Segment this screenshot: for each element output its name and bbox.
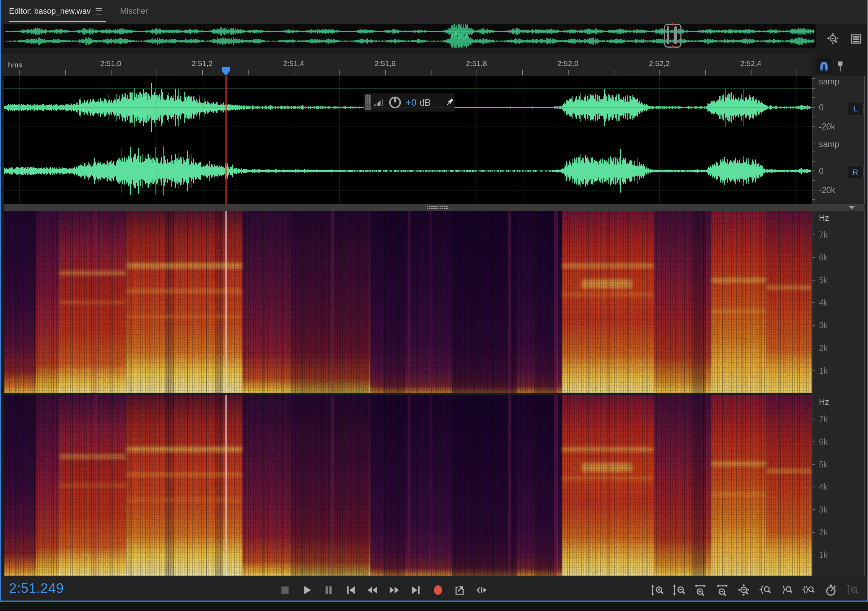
ruler-tick bbox=[294, 70, 294, 75]
spectrogram-right-channel[interactable] bbox=[4, 395, 812, 575]
timer-button[interactable] bbox=[823, 583, 839, 597]
spectrogram-left-channel[interactable] bbox=[4, 211, 812, 393]
viewport-left-handle[interactable] bbox=[667, 26, 669, 44]
grid-line-vertical bbox=[157, 76, 157, 204]
zoom-out-time-button[interactable] bbox=[714, 583, 730, 597]
zoom-to-selection-button[interactable] bbox=[801, 583, 817, 597]
zoom-in-amplitude-icon bbox=[650, 583, 664, 597]
zoom-disabled-icon bbox=[846, 583, 859, 597]
ruler-tick bbox=[248, 70, 248, 75]
ruler-tick bbox=[705, 70, 706, 75]
frequency-label: 7k bbox=[819, 230, 828, 240]
amplitude-scale-channel[interactable]: samp0-20kL bbox=[812, 76, 864, 139]
knob-icon[interactable] bbox=[388, 95, 402, 110]
zoom-to-out-point-button[interactable] bbox=[779, 583, 795, 597]
timeline-ruler[interactable]: hms 2:51,02:51,22:51,42:51,62:51,82:52,0… bbox=[1, 54, 812, 76]
tab-bar: Editor: basop_new.wav Mischer bbox=[1, 0, 868, 24]
zoom-in-point-icon bbox=[759, 583, 772, 597]
zoom-navigate-icon bbox=[737, 583, 751, 597]
add-marker-button[interactable] bbox=[834, 59, 846, 74]
scale-tick bbox=[812, 257, 815, 258]
zoom-to-in-point-button[interactable] bbox=[758, 583, 773, 597]
app-background bbox=[0, 602, 868, 611]
hud-gain-value[interactable]: +0 bbox=[406, 97, 417, 108]
scale-tick bbox=[812, 302, 815, 303]
stop-button[interactable] bbox=[277, 583, 293, 597]
hud-drag-grip[interactable] bbox=[365, 94, 371, 110]
ruler-time-label: 2:51,2 bbox=[192, 59, 212, 68]
scale-tick bbox=[812, 370, 815, 371]
spectrogram-striations bbox=[4, 395, 812, 575]
scale-tick bbox=[812, 464, 815, 465]
panel-splitter[interactable] bbox=[4, 204, 865, 211]
tab-editor[interactable]: Editor: basop_new.wav bbox=[9, 0, 102, 22]
tab-mischer[interactable]: Mischer bbox=[120, 0, 148, 22]
viewport-right-handle[interactable] bbox=[674, 26, 677, 44]
frequency-scale-channel[interactable]: Hz7k6k5k4k3k2k1k bbox=[812, 211, 864, 393]
grid-line-vertical bbox=[797, 76, 797, 204]
volume-hud[interactable]: +0 dB bbox=[364, 93, 455, 112]
skip-to-start-button[interactable] bbox=[343, 583, 359, 597]
frequency-scale-channel[interactable]: Hz7k6k5k4k3k2k1k bbox=[812, 395, 864, 575]
overview-viewport-handle[interactable] bbox=[664, 23, 681, 48]
scale-tick bbox=[812, 88, 815, 89]
frequency-label: 2k bbox=[819, 343, 828, 353]
timer-icon bbox=[824, 583, 838, 597]
amplitude-scale[interactable]: samp0-20kLsamp0-20kR bbox=[812, 76, 865, 204]
overview-options-button[interactable] bbox=[847, 30, 865, 48]
grid-line-vertical bbox=[248, 76, 248, 204]
grid-line-vertical bbox=[751, 76, 751, 204]
pin-hud-button[interactable] bbox=[444, 97, 455, 108]
frequency-label: 4k bbox=[819, 482, 828, 492]
scale-tick bbox=[812, 107, 815, 108]
rewind-button[interactable] bbox=[364, 583, 380, 597]
panel-menu-icon[interactable] bbox=[96, 8, 102, 14]
zoom-in-time-icon bbox=[693, 583, 707, 597]
ruler-time-label: 2:51,8 bbox=[466, 59, 487, 68]
playhead-handle[interactable] bbox=[221, 67, 231, 76]
amplitude-scale-channel[interactable]: samp0-20kR bbox=[812, 139, 864, 203]
scale-tick bbox=[812, 325, 815, 326]
play-button[interactable] bbox=[299, 583, 315, 597]
fast-forward-button[interactable] bbox=[386, 583, 402, 597]
zoom-in-amplitude-button[interactable] bbox=[649, 583, 665, 597]
zoom-in-time-button[interactable] bbox=[692, 583, 708, 597]
ruler-tick bbox=[431, 70, 431, 75]
overview-strip[interactable] bbox=[4, 24, 816, 48]
skip-selection-button[interactable] bbox=[474, 583, 490, 597]
playhead-line-spectrogram[interactable] bbox=[225, 211, 226, 393]
ruler-tick bbox=[614, 70, 614, 75]
ruler-tick bbox=[797, 70, 797, 75]
frequency-scale[interactable]: Hz7k6k5k4k3k2k1kHz7k6k5k4k3k2k1k bbox=[812, 211, 865, 575]
grid-line-horizontal bbox=[4, 152, 812, 152]
splitter-collapse-icon[interactable] bbox=[848, 206, 855, 209]
loop-playback-button[interactable] bbox=[452, 583, 468, 597]
playhead-line-waveform[interactable] bbox=[225, 76, 226, 204]
grid-line-vertical bbox=[339, 76, 340, 204]
record-button[interactable] bbox=[430, 583, 446, 597]
ruler-time-label: 2:52,4 bbox=[740, 59, 761, 68]
scale-tick bbox=[812, 161, 815, 162]
zoom-amplitude-full-button[interactable] bbox=[845, 583, 860, 597]
channel-r-button[interactable]: R bbox=[847, 166, 864, 179]
amplitude-zero-label: 0 bbox=[819, 166, 824, 176]
splitter-grip[interactable] bbox=[427, 206, 448, 210]
scale-tick bbox=[812, 532, 815, 533]
playhead-line-spectrogram[interactable] bbox=[225, 395, 226, 575]
channel-l-button[interactable]: L bbox=[847, 102, 864, 115]
zoom-out-amplitude-button[interactable] bbox=[671, 583, 687, 597]
scale-tick bbox=[812, 509, 815, 510]
playhead-time-display[interactable]: 2:51.249 bbox=[9, 581, 64, 596]
skip-to-end-button[interactable] bbox=[408, 583, 424, 597]
snap-toggle-button[interactable] bbox=[816, 59, 832, 74]
scale-tick bbox=[812, 234, 815, 235]
zoom-out-point-icon bbox=[780, 583, 794, 597]
magnet-icon bbox=[818, 60, 830, 73]
overview-zoom-navigate-button[interactable] bbox=[823, 29, 843, 48]
scale-tick bbox=[812, 419, 815, 419]
ruler-tick bbox=[659, 70, 660, 75]
amplitude-zero-label: 0 bbox=[819, 103, 824, 113]
pause-button[interactable] bbox=[321, 583, 336, 597]
zoom-reset-button[interactable] bbox=[736, 583, 752, 597]
rewind-icon bbox=[366, 584, 378, 596]
